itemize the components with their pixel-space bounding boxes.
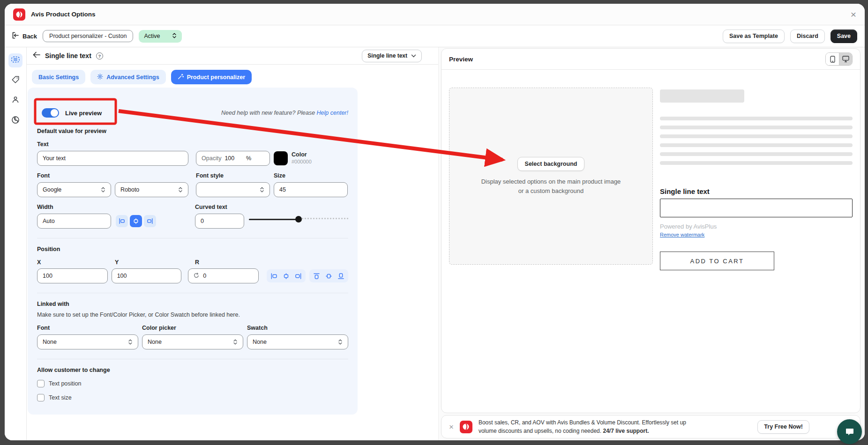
- linked-color-picker-label: Color picker: [142, 325, 247, 331]
- powered-by-label: Powered by AvisPlus: [660, 223, 853, 230]
- text-align-right-button[interactable]: [144, 215, 156, 227]
- chat-bubble-icon: [844, 426, 855, 438]
- desktop-view-button[interactable]: [839, 53, 852, 65]
- avis-logo-icon: [13, 8, 25, 21]
- discard-button[interactable]: Discard: [790, 30, 825, 43]
- linked-color-picker-value: None: [148, 339, 162, 345]
- text-size-checkbox[interactable]: [37, 394, 45, 401]
- tab-product-personalizer[interactable]: Product personalizer: [171, 70, 252, 84]
- gear-icon: [97, 74, 103, 81]
- width-label: Width: [37, 204, 195, 210]
- position-heading: Position: [37, 246, 348, 252]
- position-x-input[interactable]: 100: [37, 268, 108, 283]
- align-horizontal-left-button[interactable]: [269, 271, 279, 281]
- font-style-select[interactable]: [196, 182, 270, 197]
- align-vertical-middle-button[interactable]: [324, 271, 334, 281]
- position-row: 100 100 0: [37, 268, 348, 283]
- text-position-checkbox[interactable]: [37, 380, 45, 387]
- align-horizontal-center-button[interactable]: [281, 271, 291, 281]
- option-type-selector[interactable]: Single line text: [362, 50, 422, 62]
- live-preview-toggle[interactable]: [42, 108, 59, 118]
- rotation-input[interactable]: 0: [188, 268, 259, 283]
- text-row: Your text Opacity 100 % Color #000000: [37, 151, 348, 166]
- chat-widget-button[interactable]: [837, 419, 862, 444]
- back-button[interactable]: Back: [12, 32, 37, 40]
- sidebar-item-option-fields[interactable]: [8, 53, 22, 67]
- align-middle-icon: [325, 273, 332, 280]
- size-input[interactable]: 45: [274, 182, 348, 197]
- linked-font-select[interactable]: None: [37, 334, 138, 349]
- align-horizontal-right-button[interactable]: [293, 271, 303, 281]
- linked-with-heading: Linked with: [37, 301, 348, 307]
- desktop-monitor-icon: [842, 56, 849, 62]
- align-vertical-bottom-button[interactable]: [336, 271, 346, 281]
- select-background-button[interactable]: Select background: [517, 157, 585, 171]
- background-dropzone: Select background Display selected optio…: [449, 88, 653, 265]
- product-text-input[interactable]: [660, 199, 853, 217]
- product-preview: Single line text Powered by AvisPlus Rem…: [660, 88, 853, 270]
- linked-swatch-label: Swatch: [247, 325, 268, 331]
- preview-column: Preview Select background: [438, 47, 865, 440]
- help-center-link[interactable]: Help center!: [317, 110, 348, 116]
- font-family-select[interactable]: Roboto: [115, 182, 188, 197]
- linked-swatch-value: None: [253, 339, 267, 345]
- color-hex-value: #000000: [292, 159, 312, 165]
- option-name-field[interactable]: Product personalizer - Custon: [43, 30, 133, 42]
- color-label: Color: [292, 151, 312, 159]
- globe-icon: [11, 116, 20, 126]
- back-label: Back: [22, 33, 37, 40]
- width-input[interactable]: Auto: [37, 214, 111, 229]
- promo-banner: × Boost sales, CR, and AOV with Avis Bun…: [441, 415, 861, 438]
- allow-option-row: Text position: [37, 380, 348, 387]
- tab-basic-settings[interactable]: Basic Settings: [32, 70, 85, 84]
- slider-handle[interactable]: [295, 216, 302, 222]
- text-input[interactable]: Your text: [37, 151, 188, 166]
- align-top-icon: [313, 273, 320, 280]
- curved-text-input[interactable]: 0: [195, 214, 244, 229]
- color-swatch[interactable]: [274, 151, 288, 165]
- banner-message-text: Boost sales, CR, and AOV with Avis Bundl…: [479, 419, 686, 434]
- status-select[interactable]: Active: [139, 30, 182, 43]
- close-icon[interactable]: ×: [851, 9, 856, 19]
- skeleton-product-title: [660, 89, 744, 103]
- font-source-select[interactable]: Google: [37, 182, 111, 197]
- align-left-icon: [119, 218, 125, 224]
- text-align-center-button[interactable]: [130, 215, 142, 227]
- align-vertical-top-button[interactable]: [312, 271, 322, 281]
- font-source-value: Google: [43, 186, 61, 193]
- magic-wand-icon: [178, 74, 184, 81]
- rotation-value: 0: [203, 273, 206, 279]
- curved-text-slider[interactable]: [249, 216, 348, 222]
- position-y-input[interactable]: 100: [112, 268, 182, 283]
- try-free-button[interactable]: Try Free Now!: [757, 420, 809, 434]
- skeleton-line: [660, 152, 853, 156]
- sidebar-item-tags[interactable]: [8, 74, 22, 88]
- page-title: Single line text: [45, 52, 91, 59]
- mobile-view-button[interactable]: [826, 53, 839, 65]
- help-info-icon[interactable]: ?: [96, 52, 103, 59]
- sidebar-item-localization[interactable]: [8, 114, 22, 128]
- font-style-label: Font style: [196, 172, 270, 179]
- save-as-template-button[interactable]: Save as Template: [723, 30, 785, 43]
- position-x-label: X: [37, 259, 115, 266]
- divider: [37, 293, 348, 293]
- position-y-label: Y: [115, 259, 195, 266]
- opacity-unit: %: [246, 155, 251, 162]
- preview-header: Preview: [441, 49, 860, 70]
- add-to-cart-button[interactable]: ADD TO CART: [660, 252, 774, 270]
- opacity-label: Opacity: [202, 155, 221, 162]
- help-text: Need help with new feature? Please Help …: [221, 110, 348, 116]
- allow-change-heading: Allow customer to change: [37, 367, 348, 373]
- linked-color-picker-select[interactable]: None: [142, 334, 243, 349]
- text-align-left-button[interactable]: [116, 215, 128, 227]
- remove-watermark-link[interactable]: Remove watermark: [660, 232, 704, 237]
- back-arrow-icon[interactable]: [33, 52, 40, 60]
- opacity-input[interactable]: Opacity 100 %: [196, 151, 270, 166]
- editor-pane: Single line text ? Single line text Basi…: [27, 47, 438, 440]
- save-button[interactable]: Save: [831, 30, 857, 43]
- up-down-chevrons-icon: [101, 186, 105, 193]
- linked-swatch-select[interactable]: None: [247, 334, 348, 349]
- sidebar-item-customers[interactable]: [8, 94, 22, 108]
- tab-advanced-settings[interactable]: Advanced Settings: [90, 70, 166, 84]
- banner-close-icon[interactable]: ×: [449, 423, 454, 431]
